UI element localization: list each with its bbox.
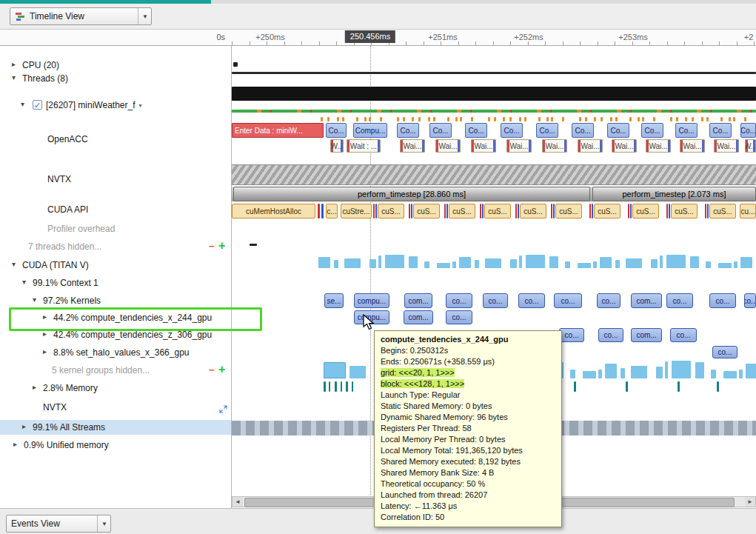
kernel-z-row-bar[interactable]: com... xyxy=(631,328,662,342)
sidebar-item[interactable]: ▸99.1% All Streams xyxy=(0,420,231,435)
sidebar-item[interactable]: NVTX xyxy=(0,400,231,415)
openacc-tick-strip-mark[interactable] xyxy=(369,117,371,121)
openacc-tick-strip-mark[interactable] xyxy=(433,117,435,121)
cuda-api-row-bar[interactable]: cuStre... xyxy=(341,204,372,218)
cuda-device-activity-bar[interactable] xyxy=(475,260,479,268)
hidden-kernel-groups-row-bar[interactable] xyxy=(570,370,575,378)
sidebar-item[interactable]: ▾Threads (8) xyxy=(0,71,231,86)
sidebar-item[interactable]: NVTX xyxy=(0,172,231,187)
hidden-kernel-groups-row-bar[interactable] xyxy=(620,368,625,378)
kernels-row-bar[interactable]: co... xyxy=(709,293,736,308)
openacc-tick-strip-mark[interactable] xyxy=(403,117,405,121)
cuda-api-row-bar[interactable] xyxy=(482,204,484,218)
hidden-threads-row-bar[interactable] xyxy=(250,244,257,246)
nvtx-range-bar[interactable]: perform_timestep [28.860 ms] xyxy=(233,187,590,201)
openacc-launch-row-bar[interactable]: Co... xyxy=(641,123,663,138)
openacc-tick-strip-mark[interactable] xyxy=(418,117,421,121)
cuda-device-activity-bar[interactable] xyxy=(660,256,663,268)
openacc-wait-row-bar[interactable]: Wai... xyxy=(400,139,425,153)
memory-row-bar[interactable] xyxy=(678,381,680,392)
cuda-device-activity-bar[interactable] xyxy=(651,259,658,268)
openacc-wait-row-bar[interactable]: Wai... xyxy=(471,139,496,153)
cuda-api-row-bar[interactable] xyxy=(409,204,410,218)
openacc-tick-strip-mark[interactable] xyxy=(706,117,709,121)
cuda-api-row-bar[interactable]: cuS... xyxy=(671,204,698,218)
tree-collapse-arrow-icon[interactable]: ▾ xyxy=(12,73,16,81)
openacc-tick-strip-mark[interactable] xyxy=(524,117,526,121)
openacc-tick-strip-mark[interactable] xyxy=(744,117,746,121)
openacc-tick-strip-mark[interactable] xyxy=(460,117,462,121)
openacc-tick-strip-mark[interactable] xyxy=(538,117,541,121)
memory-row-bar[interactable] xyxy=(324,381,326,392)
cuda-device-activity-bar[interactable] xyxy=(718,263,732,268)
cuda-api-row-bar[interactable]: cuS... xyxy=(594,204,620,218)
openacc-tick-strip-mark[interactable] xyxy=(720,117,723,121)
cuda-device-activity-bar[interactable] xyxy=(334,260,338,268)
cuda-api-row-bar[interactable] xyxy=(480,204,481,218)
memory-row-bar[interactable] xyxy=(341,381,342,392)
cuda-device-activity-bar[interactable] xyxy=(600,257,612,268)
cuda-device-activity-bar[interactable] xyxy=(378,256,381,268)
cuda-device-activity-bar[interactable] xyxy=(437,263,450,268)
openacc-tick-strip-mark[interactable] xyxy=(519,117,521,121)
openacc-tick-strip-mark[interactable] xyxy=(337,117,339,121)
kernels-row-bar[interactable]: co... xyxy=(554,293,582,308)
sidebar-item[interactable]: ▾99.1% Context 1 xyxy=(0,276,231,290)
openacc-launch-row-bar[interactable]: Co... xyxy=(675,123,698,138)
sidebar-item[interactable]: 5 kernel groups hidden...−+ xyxy=(0,363,231,378)
thread-options-caret-icon[interactable]: ▾ xyxy=(139,102,142,109)
cuda-device-activity-bar[interactable] xyxy=(385,255,404,268)
memory-row-bar[interactable] xyxy=(626,381,628,392)
openacc-tick-strip-mark[interactable] xyxy=(615,117,618,121)
openacc-tick-strip-mark[interactable] xyxy=(503,117,505,121)
cuda-api-row-bar[interactable] xyxy=(553,204,555,218)
cuda-api-row-bar[interactable] xyxy=(628,204,629,218)
cuda-device-activity-bar[interactable] xyxy=(318,257,330,268)
kernel-z-row-bar[interactable]: co... xyxy=(598,328,623,342)
hide-rows-minus-icon[interactable]: − xyxy=(209,241,215,252)
cuda-api-row-bar[interactable] xyxy=(515,204,517,218)
cuda-api-call-bar[interactable]: cuMemHostAlloc xyxy=(232,204,315,218)
sidebar-item[interactable]: ▸0.9% Unified memory xyxy=(0,438,231,453)
memory-row-bar[interactable] xyxy=(329,381,330,392)
sidebar-item[interactable]: ▸CPU (20) xyxy=(0,58,231,73)
tree-collapse-arrow-icon[interactable]: ▾ xyxy=(22,278,26,286)
openacc-launch-row-bar[interactable]: Co... xyxy=(536,123,558,138)
openacc-wait-row-bar[interactable]: Wai... xyxy=(542,139,567,153)
tree-collapse-arrow-icon[interactable]: ▾ xyxy=(33,296,36,304)
cuda-device-activity-bar[interactable] xyxy=(510,259,517,268)
cuda-device-activity-bar[interactable] xyxy=(519,256,522,268)
cuda-device-activity-bar[interactable] xyxy=(424,261,429,268)
kernels-row-bar[interactable]: se... xyxy=(324,293,344,308)
tree-expand-arrow-icon[interactable]: ▸ xyxy=(13,440,17,448)
hidden-kernel-groups-row-bar[interactable] xyxy=(711,370,716,378)
cuda-api-row-bar[interactable] xyxy=(707,204,709,218)
kernels-row-bar[interactable]: co... xyxy=(666,293,693,308)
tree-collapse-arrow-icon[interactable]: ▾ xyxy=(21,100,24,108)
cuda-device-activity-bar[interactable] xyxy=(409,256,418,268)
hidden-kernel-groups-row-bar[interactable] xyxy=(723,371,737,378)
sidebar-item[interactable]: ▸8.8% set_halo_values_x_366_gpu xyxy=(0,345,231,360)
cuda-api-row-bar[interactable] xyxy=(705,204,706,218)
cuda-api-row-bar[interactable] xyxy=(518,204,519,218)
kernel-z-row-bar[interactable]: co... xyxy=(670,328,697,342)
hide-rows-minus-icon[interactable]: − xyxy=(209,364,215,376)
openacc-tick-strip-mark[interactable] xyxy=(670,117,672,121)
hidden-kernel-groups-row-bar[interactable] xyxy=(739,370,743,378)
cuda-device-activity-bar[interactable] xyxy=(626,258,642,268)
kernels-row-bar[interactable]: co... xyxy=(446,293,472,308)
cuda-api-row-bar[interactable] xyxy=(321,204,324,218)
kernel-halo-row-bar[interactable]: co... xyxy=(712,346,737,358)
kernel-x-row-bar[interactable]: co... xyxy=(446,310,472,324)
cuda-api-row-bar[interactable]: cuS... xyxy=(520,204,546,218)
hidden-kernel-groups-row-bar[interactable] xyxy=(324,362,346,378)
openacc-tick-strip-mark[interactable] xyxy=(412,117,414,121)
openacc-launch-row-bar[interactable]: Co... xyxy=(501,123,523,138)
openacc-launch-row-bar[interactable]: Co... xyxy=(740,123,756,138)
cuda-api-row-bar[interactable] xyxy=(373,204,375,218)
kernels-row-bar[interactable]: co... xyxy=(483,293,508,308)
cuda-device-activity-bar[interactable] xyxy=(740,257,752,268)
kernels-row-bar[interactable]: com... xyxy=(404,293,432,308)
openacc-wait-row-bar[interactable]: Wai... xyxy=(612,139,637,153)
openacc-tick-strip-mark[interactable] xyxy=(380,117,382,121)
